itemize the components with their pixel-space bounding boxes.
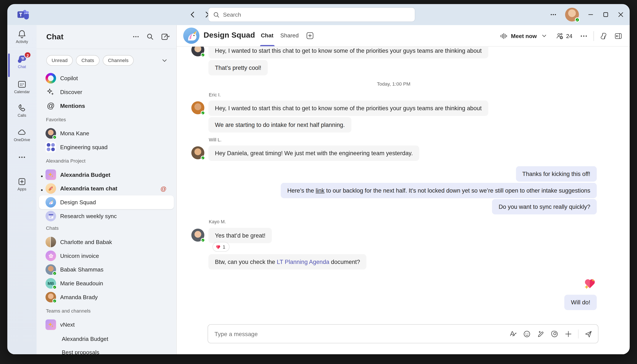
rail-item-chat[interactable]: 2 Chat: [7, 54, 37, 76]
message-bubble[interactable]: We are starting to do intake for next ha…: [208, 117, 351, 132]
minimize-button[interactable]: [587, 12, 594, 18]
chat-row-copilot[interactable]: Copilot: [39, 71, 174, 85]
rail-item-calls[interactable]: Calls: [7, 102, 37, 125]
teams-logo: [16, 8, 29, 20]
chat-row-design-squad[interactable]: Design Squad: [39, 196, 174, 209]
cloud-icon: [17, 127, 27, 137]
title-bar: ✓: [7, 4, 630, 25]
add-tab-icon[interactable]: [306, 32, 314, 39]
tab-chat[interactable]: Chat: [261, 32, 273, 38]
participant-count[interactable]: 24: [566, 33, 572, 39]
message-bubble-own[interactable]: Will do!: [564, 294, 597, 310]
open-pane-icon[interactable]: [614, 32, 622, 40]
divider: [593, 31, 594, 41]
rail-item-onedrive[interactable]: OneDrive: [7, 126, 37, 149]
filter-channels[interactable]: Channels: [103, 55, 134, 66]
message-bubble[interactable]: Hey, I wanted to start this chat to get …: [208, 47, 488, 58]
date-divider: Today, 1:00 PM: [377, 81, 411, 87]
emoji-icon[interactable]: [523, 330, 531, 338]
more-dots-icon: [17, 152, 27, 162]
reaction-pill[interactable]: 1: [212, 242, 229, 252]
chat-row-amanda-brady[interactable]: ✓ Amanda Brady: [39, 290, 174, 304]
filter-more-icon[interactable]: [132, 33, 139, 40]
message-list[interactable]: ✓ Hey, I wanted to start this chat to ge…: [177, 47, 630, 320]
sparkling-heart-emoji[interactable]: [583, 276, 597, 290]
rail-item-calendar[interactable]: Calendar: [7, 79, 37, 102]
message-bubble[interactable]: That’s pretty cool!: [208, 60, 268, 76]
message-bubble-own[interactable]: Thanks for kicking this off!: [516, 166, 597, 182]
rail-item-apps[interactable]: Apps: [7, 176, 37, 199]
presence-available-icon: ✓: [201, 111, 205, 115]
message-bubble-own[interactable]: Do you want to sync really quickly?: [492, 199, 597, 214]
lt-planning-agenda-link[interactable]: LT Planning Agenda: [277, 258, 329, 265]
meet-now-chevron-icon[interactable]: [542, 33, 547, 38]
attach-plus-icon[interactable]: [564, 330, 572, 338]
chat-row-unicorn-invoice[interactable]: Unicorn invoice: [39, 249, 174, 262]
loop-component-icon[interactable]: [550, 330, 559, 338]
filter-chats[interactable]: Chats: [76, 55, 100, 66]
avatar: ✓: [191, 47, 204, 56]
chat-row-marie-beaudouin[interactable]: MB✓ Marie Beaudouin: [39, 276, 174, 290]
chat-row-alexandria-budget[interactable]: Alexandria Budget: [39, 168, 174, 182]
avatar: ✓: [191, 146, 204, 159]
chat-row-discover[interactable]: Discover: [39, 85, 174, 99]
search-bar[interactable]: [208, 7, 415, 22]
new-chat-icon[interactable]: [161, 33, 171, 40]
back-button[interactable]: [189, 11, 196, 18]
group-avatar-unicorn[interactable]: [183, 28, 199, 44]
meet-now-button[interactable]: Meet now: [511, 33, 537, 39]
chat-row-babak-shammas[interactable]: ✓ Babak Shammas: [39, 262, 174, 276]
compose-box[interactable]: [207, 324, 598, 343]
section-favorites: Favorites: [46, 117, 66, 122]
rail-item-activity[interactable]: Activity: [7, 28, 37, 51]
teams-window: ✓ Activity 2 Chat: [7, 4, 630, 354]
sender-name: Kayo M.: [209, 220, 226, 224]
message-bubble[interactable]: Hey Daniela, great timing! We just met w…: [208, 146, 419, 161]
message-input[interactable]: [214, 330, 509, 337]
copilot-rewrite-icon[interactable]: [537, 330, 545, 338]
filter-unread[interactable]: Unread: [46, 55, 73, 66]
tab-shared[interactable]: Shared: [280, 32, 299, 38]
active-tab-indicator: [260, 45, 275, 46]
at-icon: @: [46, 100, 56, 111]
close-button[interactable]: [617, 12, 624, 18]
unread-dot: [41, 189, 43, 191]
conversation-more-icon[interactable]: [580, 32, 588, 40]
discover-sparkle-icon: [46, 88, 55, 96]
chat-row-research-weekly-sync[interactable]: Research weekly sync: [39, 209, 174, 223]
backlog-link[interactable]: link: [316, 187, 325, 194]
chat-row-engineering-squad[interactable]: Engineering squad: [39, 140, 174, 154]
team-row-vnext[interactable]: vNext: [39, 318, 174, 332]
copilot-icon[interactable]: [599, 32, 608, 40]
search-input[interactable]: [223, 12, 410, 18]
search-chats-icon[interactable]: [147, 33, 154, 40]
initials-avatar: MB✓: [46, 278, 56, 288]
chat-row-mentions[interactable]: @ Mentions: [39, 99, 174, 113]
compose-area: [177, 320, 630, 354]
maximize-button[interactable]: [602, 12, 609, 18]
phone-icon: [17, 103, 27, 112]
conversation-pane: Design Squad Chat Shared Meet now: [176, 25, 630, 354]
split-avatar: [46, 237, 56, 247]
message-bubble[interactable]: Hey, I wanted to start this chat to get …: [208, 100, 488, 116]
channel-row-alexandria-budget[interactable]: Alexandria Budget: [39, 332, 174, 346]
message-bubble[interactable]: Btw, can you check the LT Planning Agend…: [208, 254, 367, 270]
heart-icon: [215, 244, 221, 250]
rail-item-more[interactable]: [7, 152, 37, 164]
presence-available-icon: ✓: [201, 238, 205, 242]
add-people-icon[interactable]: [556, 32, 564, 40]
chat-row-mona-kane[interactable]: ✓ Mona Kane: [39, 126, 174, 140]
audio-wave-icon: [500, 32, 508, 40]
collapse-filters-icon[interactable]: [162, 58, 167, 63]
rocket-icon: [46, 183, 56, 194]
message-bubble-own[interactable]: Here’s the link to our backlog for the n…: [281, 183, 597, 198]
channel-row-best-proposals[interactable]: Best proposals: [39, 346, 174, 354]
user-avatar[interactable]: ✓: [565, 8, 579, 22]
format-icon[interactable]: [509, 330, 517, 338]
send-icon[interactable]: [584, 330, 592, 338]
message-bubble[interactable]: Yes that’d be great!: [208, 228, 272, 243]
chat-row-charlotte-and-babak[interactable]: Charlotte and Babak: [39, 235, 174, 249]
engineering-squad-icon: [46, 142, 56, 152]
titlebar-more-icon[interactable]: [550, 12, 556, 18]
chat-row-alexandria-team-chat[interactable]: Alexandria team chat @: [39, 182, 174, 196]
